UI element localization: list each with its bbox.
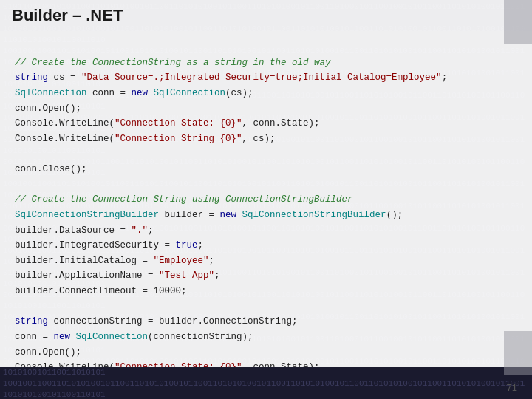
page-number: 71 <box>507 382 517 393</box>
code-line-12: string connectionString = builder.Connec… <box>15 316 298 327</box>
code-line-15: Console.WriteLine("Connection State: {0}… <box>15 362 320 367</box>
code-line-6: SqlConnectionStringBuilder builder = new… <box>15 210 403 220</box>
code-line-10: builder.ApplicationName = "Test App"; <box>15 270 220 281</box>
code-line-8: builder.IntegratedSecurity = true; <box>15 240 203 250</box>
code-line-7: builder.DataSource = "."; <box>15 225 154 236</box>
code-line-close: conn.Close(); <box>15 164 87 174</box>
code-line-3: conn.Open(); <box>15 103 81 114</box>
comment-1: // Create the ConnectionString as a stri… <box>15 58 331 68</box>
code-line-13: conn = new SqlConnection(connectionStrin… <box>15 332 253 342</box>
corner-decoration-bottom-right <box>504 331 532 375</box>
code-line-9: builder.InitialCatalog = "Employee"; <box>15 256 214 266</box>
code-line-4: Console.WriteLine("Connection State: {0}… <box>15 118 320 129</box>
code-block: // Create the ConnectionString as a stri… <box>15 40 517 367</box>
title-bar: Builder – .NET <box>0 0 532 31</box>
slide-title: Builder – .NET <box>12 6 123 25</box>
code-area: // Create the ConnectionString as a stri… <box>0 31 532 367</box>
corner-decoration-top-right <box>504 0 532 44</box>
code-line-14: conn.Open(); <box>15 347 81 358</box>
page-number-area: 71 <box>0 375 532 399</box>
code-line-1: string cs = "Data Source=.;Integrated Se… <box>15 72 447 83</box>
slide: Builder – .NET // Create the ConnectionS… <box>0 0 532 399</box>
code-line-2: SqlConnection conn = new SqlConnection(c… <box>15 88 253 98</box>
comment-2: // Create the Connection String using Co… <box>15 194 353 205</box>
code-line-5: Console.WriteLine("Connection String {0}… <box>15 134 276 144</box>
code-line-11: builder.ConnectTimeout = 10000; <box>15 286 187 296</box>
